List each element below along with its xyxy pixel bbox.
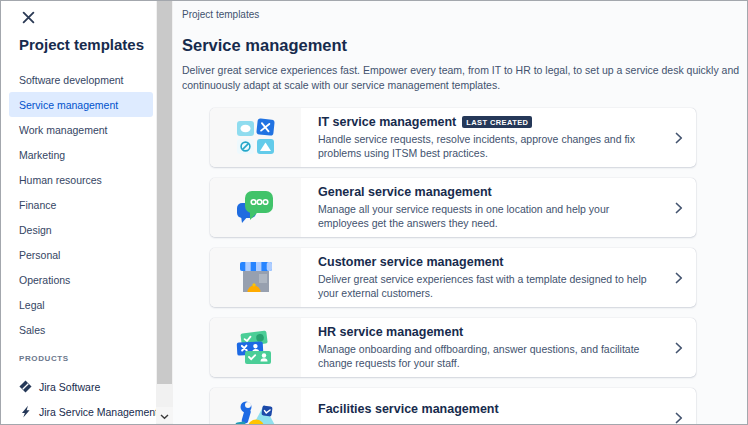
jira-software-logo bbox=[19, 380, 32, 395]
jira-service-management-logo bbox=[19, 405, 32, 420]
sidebar-item-work-management[interactable]: Work management bbox=[9, 117, 153, 142]
chevron-right-icon bbox=[675, 412, 683, 424]
template-card-customer-service-management[interactable]: Customer service management Deliver grea… bbox=[210, 248, 696, 307]
card-body: Facilities service management bbox=[301, 402, 533, 424]
facilities-service-template-icon bbox=[210, 388, 301, 424]
page-description: Deliver great service experiences fast. … bbox=[182, 63, 747, 93]
template-card-it-service-management[interactable]: IT service management LAST CREATED Handl… bbox=[210, 108, 696, 167]
last-created-badge: LAST CREATED bbox=[462, 116, 532, 128]
card-title: IT service management bbox=[318, 115, 456, 129]
hr-service-template-icon bbox=[210, 318, 301, 377]
sidebar-item-jira-software[interactable]: Jira Software bbox=[19, 377, 100, 397]
sidebar-scrollbar[interactable] bbox=[156, 1, 173, 424]
close-icon bbox=[22, 11, 35, 27]
page-title: Service management bbox=[182, 34, 747, 56]
template-gallery-main: Project templates Service management Del… bbox=[173, 1, 747, 424]
sidebar-item-legal[interactable]: Legal bbox=[9, 292, 153, 317]
sidebar-item-finance[interactable]: Finance bbox=[9, 192, 153, 217]
general-service-template-icon bbox=[210, 178, 301, 237]
sidebar-item-service-management[interactable]: Service management bbox=[9, 92, 153, 117]
chevron-right-icon bbox=[675, 342, 683, 354]
scroll-down-button[interactable] bbox=[156, 407, 173, 423]
template-card-hr-service-management[interactable]: HR service management Manage onboarding … bbox=[210, 318, 696, 377]
customer-service-template-icon bbox=[210, 248, 301, 307]
sidebar-item-operations[interactable]: Operations bbox=[9, 267, 153, 292]
chevron-right-icon bbox=[675, 272, 683, 284]
sidebar-item-human-resources[interactable]: Human resources bbox=[9, 167, 153, 192]
project-templates-window: Project templates Software development S… bbox=[0, 0, 748, 425]
scrollbar-thumb[interactable] bbox=[157, 1, 172, 384]
card-description: Manage all your service requests in one … bbox=[318, 202, 648, 230]
card-body: HR service management Manage onboarding … bbox=[301, 325, 682, 370]
product-label: Jira Software bbox=[39, 381, 100, 393]
sidebar-item-design[interactable]: Design bbox=[9, 217, 153, 242]
card-title: General service management bbox=[318, 185, 492, 199]
card-description bbox=[318, 419, 499, 424]
sidebar-item-jira-service-management[interactable]: Jira Service Management bbox=[19, 402, 158, 422]
sidebar-item-personal[interactable]: Personal bbox=[9, 242, 153, 267]
template-card-general-service-management[interactable]: General service management Manage all yo… bbox=[210, 178, 696, 237]
products-section-label: PRODUCTS bbox=[19, 354, 69, 363]
template-card-list: IT service management LAST CREATED Handl… bbox=[210, 108, 696, 424]
card-body: General service management Manage all yo… bbox=[301, 185, 682, 230]
sidebar-title: Project templates bbox=[19, 36, 144, 53]
card-description: Manage onboarding and offboarding, answe… bbox=[318, 342, 648, 370]
card-description: Handle service requests, resolve inciden… bbox=[318, 132, 648, 160]
chevron-down-icon bbox=[160, 408, 169, 423]
card-body: IT service management LAST CREATED Handl… bbox=[301, 115, 682, 160]
chevron-right-icon bbox=[675, 202, 683, 214]
templates-sidebar: Project templates Software development S… bbox=[1, 1, 156, 424]
sidebar-item-marketing[interactable]: Marketing bbox=[9, 142, 153, 167]
sidebar-item-software-development[interactable]: Software development bbox=[9, 67, 153, 92]
card-description: Deliver great service experiences fast w… bbox=[318, 272, 648, 300]
itsm-template-icon bbox=[210, 108, 301, 167]
breadcrumb[interactable]: Project templates bbox=[182, 9, 747, 20]
template-category-nav: Software development Service management … bbox=[1, 67, 156, 342]
template-card-facilities-service-management[interactable]: Facilities service management bbox=[210, 388, 696, 424]
chevron-right-icon bbox=[675, 132, 683, 144]
card-title: Facilities service management bbox=[318, 402, 499, 416]
card-title: Customer service management bbox=[318, 255, 504, 269]
card-title: HR service management bbox=[318, 325, 463, 339]
sidebar-item-sales[interactable]: Sales bbox=[9, 317, 153, 342]
product-label: Jira Service Management bbox=[39, 406, 158, 418]
close-button[interactable] bbox=[17, 8, 39, 30]
card-body: Customer service management Deliver grea… bbox=[301, 255, 682, 300]
